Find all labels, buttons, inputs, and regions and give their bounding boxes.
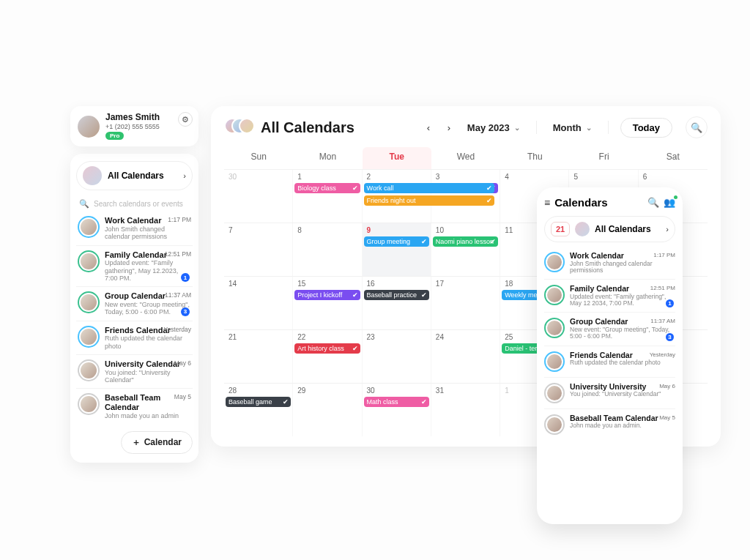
day-number: 14 (226, 280, 291, 288)
check-icon: ✔ (486, 195, 492, 206)
calendar-time: May 5 (174, 393, 191, 400)
check-icon: ✔ (490, 236, 496, 247)
day-cell[interactable]: 8 (293, 223, 362, 276)
search-icon: 🔍 (79, 199, 89, 209)
mobile-calendar-item[interactable]: Family Calendar Updated event: "Family g… (544, 279, 675, 312)
mobile-calendar-item[interactable]: Group Calendar New event: "Group meeting… (544, 312, 675, 345)
sidebar-item[interactable]: Family Calendar Updated event: "Family g… (76, 245, 193, 287)
mobile-calendar-item[interactable]: Work Calendar John Smith changed calenda… (544, 247, 675, 279)
calendar-subtitle: John made you an admin (105, 412, 191, 419)
day-cell[interactable]: 15Project I kickoff✔ (293, 277, 362, 329)
day-cell[interactable]: 10Naomi piano lesson✔ (431, 223, 500, 276)
avatar (78, 116, 100, 138)
calendar-subtitle: You joined: "University Calendar" (105, 369, 191, 384)
month-dropdown[interactable]: May 2023 ⌄ (463, 122, 524, 133)
day-number: 3 (433, 173, 498, 181)
event-chip[interactable]: Art history class✔ (294, 343, 360, 354)
chevron-down-icon: ⌄ (514, 124, 520, 132)
people-icon[interactable]: 👥 (664, 197, 675, 208)
check-icon: ✔ (283, 397, 289, 407)
dow-label: Fri (569, 147, 638, 169)
day-number: 7 (226, 226, 291, 234)
day-number: 22 (294, 333, 360, 341)
mobile-all-calendars[interactable]: 21 All Calendars › (544, 216, 675, 242)
calendar-avatar-ring (544, 252, 565, 272)
day-cell[interactable]: 24 (431, 330, 500, 383)
sidebar-item[interactable]: Work Calendar John Smith changed calenda… (76, 212, 193, 244)
event-chip[interactable]: Math class✔ (364, 397, 429, 407)
search-input[interactable]: 🔍 Search calendars or events (76, 196, 193, 212)
event-chip[interactable]: Naomi piano lesson✔ (433, 236, 498, 247)
plus-icon: ＋ (132, 436, 141, 449)
calendar-time: 12:51 PM (165, 250, 191, 258)
today-button[interactable]: Today (620, 118, 672, 138)
view-dropdown[interactable]: Month ⌄ (549, 122, 596, 133)
calendar-time: 12:51 PM (650, 285, 675, 291)
search-button[interactable]: 🔍 (686, 116, 708, 138)
dow-label: Sun (224, 147, 293, 169)
all-calendars-avatar (83, 166, 102, 185)
calendar-time: Yesterday (164, 326, 192, 333)
mobile-all-avatar (575, 222, 590, 236)
day-number: 16 (364, 280, 429, 288)
day-number: 31 (433, 387, 498, 395)
profile-phone: +1 (202) 555 5555 (105, 123, 160, 130)
day-number: 4 (502, 173, 567, 181)
day-cell[interactable]: 7 (224, 223, 293, 276)
mobile-title: Calendars (554, 196, 643, 209)
profile-card: James Smith +1 (202) 555 5555 Pro ⚙ (70, 106, 198, 146)
gear-icon[interactable]: ⚙ (178, 112, 193, 127)
day-cell[interactable]: 31 (431, 384, 500, 436)
all-calendars-selector[interactable]: All Calendars › (76, 161, 193, 190)
day-cell[interactable]: 23 (363, 330, 431, 383)
check-icon: ✔ (352, 290, 358, 300)
calendar-avatar-ring (544, 383, 565, 403)
day-cell[interactable]: 30 (224, 170, 293, 223)
chevron-down-icon: ⌄ (586, 124, 592, 132)
day-cell[interactable]: 2Work call✔Friends night out✔ (363, 170, 431, 223)
mobile-calendar-item[interactable]: Friends Calendar Ruth updated the calend… (544, 346, 675, 377)
sidebar-item[interactable]: Group Calendar New event: "Group meeting… (76, 286, 193, 320)
calendar-subtitle: New event: "Group meeting", Today, 5:00 … (570, 326, 675, 340)
check-icon: ✔ (421, 236, 427, 247)
calendar-subtitle: John Smith changed calendar permissions (570, 261, 675, 275)
event-chip[interactable]: Biology class✔ (294, 183, 360, 193)
mobile-calendar-item[interactable]: Baseball Team Calendar John made you an … (544, 408, 675, 440)
prev-month-button[interactable]: ‹ (422, 119, 435, 135)
search-icon[interactable]: 🔍 (647, 197, 659, 208)
day-cell[interactable]: 21 (224, 330, 293, 383)
sidebar-item[interactable]: Friends Calendar Ruth updated the calend… (76, 321, 193, 354)
check-icon: ✔ (421, 290, 427, 300)
event-chip[interactable]: Group meeting✔ (364, 236, 429, 247)
event-chip[interactable]: Baseball practice✔ (364, 290, 429, 300)
hamburger-icon[interactable]: ≡ (544, 197, 550, 209)
event-chip[interactable]: Friends night out✔ (364, 195, 495, 206)
day-cell[interactable]: 22Art history class✔ (293, 330, 362, 383)
next-month-button[interactable]: › (442, 119, 456, 135)
day-cell[interactable]: 29 (293, 384, 362, 436)
sidebar-item[interactable]: Baseball Team Calendar John made you an … (76, 388, 193, 424)
calendar-time: May 6 (659, 383, 675, 389)
add-calendar-button[interactable]: ＋ Calendar (121, 431, 193, 454)
event-chip[interactable]: Work call✔ (364, 183, 495, 193)
event-chip[interactable]: Project I kickoff✔ (294, 290, 360, 300)
day-cell[interactable]: 1Biology class✔ (293, 170, 362, 223)
sidebar-item[interactable]: University Calendar You joined: "Univers… (76, 354, 193, 388)
event-chip[interactable]: Baseball game✔ (226, 397, 291, 407)
search-icon: 🔍 (691, 122, 702, 133)
day-cell[interactable]: 28Baseball game✔ (224, 384, 293, 436)
calendar-subtitle: New event: "Group meeting", Today, 5:00 … (105, 301, 191, 316)
calendar-subtitle: John Smith changed calendar permissions (105, 225, 191, 241)
calendar-subtitle: Updated event: "Family gathering", May 1… (105, 259, 191, 282)
mobile-calendar-item[interactable]: University University You joined: "Unive… (544, 377, 675, 408)
day-cell[interactable]: 17 (431, 277, 500, 329)
day-cell[interactable]: 30Math class✔ (363, 384, 431, 436)
mobile-preview: ≡ Calendars 🔍 👥 21 All Calendars › Work … (537, 187, 683, 524)
day-cell[interactable]: 16Baseball practice✔ (363, 277, 431, 329)
day-cell[interactable]: 9Group meeting✔ (363, 223, 431, 276)
calendar-avatar-ring (544, 318, 565, 338)
dow-label: Thu (500, 147, 569, 169)
day-cell[interactable]: 14 (224, 277, 293, 329)
calendar-avatar-cluster (224, 116, 253, 138)
calendar-subtitle: Ruth updated the calendar photo (105, 335, 191, 350)
